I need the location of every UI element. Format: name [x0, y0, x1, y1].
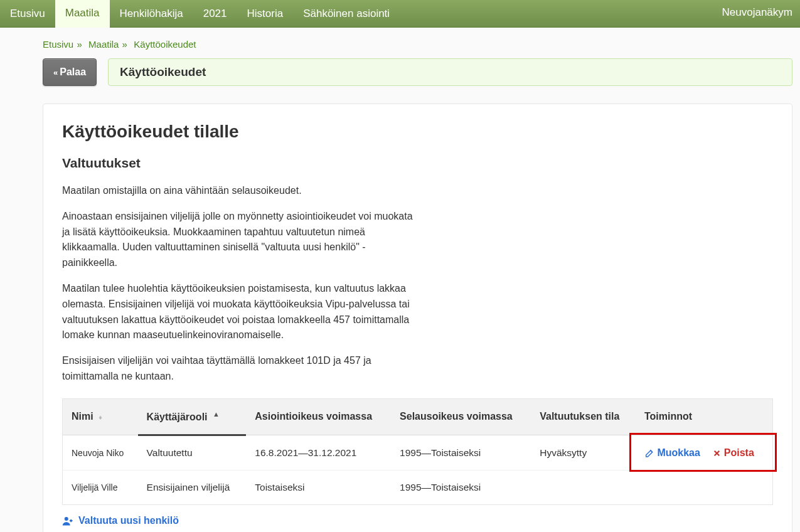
- sort-asc-icon: ▲: [213, 410, 220, 418]
- col-tila[interactable]: Valtuutuksen tila: [531, 398, 636, 435]
- cell-name[interactable]: Neuvoja Niko: [63, 435, 138, 471]
- sub-heading: Valtuutukset: [62, 156, 773, 171]
- cell-name[interactable]: Viljelijä Ville: [63, 471, 138, 505]
- nav-etusivu[interactable]: Etusivu: [0, 0, 55, 27]
- breadcrumb: Etusivu » Maatila » Käyttöoikeudet: [9, 28, 800, 58]
- nav-right-label[interactable]: Neuvojanäkym: [715, 0, 800, 27]
- delete-button[interactable]: Poista: [713, 447, 754, 458]
- back-button[interactable]: « Palaa: [43, 58, 97, 86]
- nav-historia[interactable]: Historia: [237, 0, 294, 27]
- breadcrumb-etusivu[interactable]: Etusivu: [43, 39, 73, 50]
- col-rooli-label: Käyttäjärooli: [147, 412, 208, 422]
- nav-maatila[interactable]: Maatila: [55, 0, 110, 28]
- col-toiminnot: Toiminnot: [636, 398, 773, 435]
- intro-paragraph-3: Maatilan tulee huolehtia käyttöoikeuksie…: [62, 281, 413, 343]
- svg-point-0: [65, 517, 68, 521]
- cell-tila: Hyväksytty: [531, 435, 636, 471]
- table-row: Neuvoja Niko Valtuutettu 16.8.2021—31.12…: [63, 435, 773, 471]
- intro-paragraph-2: Ainoastaan ensisijainen viljelijä jolle …: [62, 209, 413, 271]
- top-nav: Etusivu Maatila Henkilöhakija 2021 Histo…: [0, 0, 800, 28]
- page-heading: Käyttöoikeudet tilalle: [62, 122, 773, 142]
- col-nimi-label: Nimi: [72, 411, 93, 422]
- add-user-label: Valtuuta uusi henkilö: [78, 515, 179, 526]
- intro-paragraph-4: Ensisijaisen viljelijän voi vaihtaa täyt…: [62, 353, 413, 385]
- edit-label: Muokkaa: [657, 447, 700, 458]
- permissions-table: Nimi ♦ Käyttäjärooli ▲ Asiointioikeus vo…: [62, 398, 773, 505]
- breadcrumb-sep: »: [77, 39, 82, 50]
- breadcrumb-sep: »: [122, 39, 127, 50]
- cell-actions: Muokkaa Poista: [636, 435, 773, 471]
- cell-tila: [531, 471, 636, 505]
- cell-selaus: 1995—Toistaiseksi: [391, 435, 531, 471]
- breadcrumb-kayttooikeudet[interactable]: Käyttöoikeudet: [134, 39, 196, 50]
- sort-both-icon: ♦: [99, 413, 102, 421]
- breadcrumb-maatila[interactable]: Maatila: [88, 39, 119, 50]
- edit-button[interactable]: Muokkaa: [644, 447, 703, 458]
- nav-henkilohakija[interactable]: Henkilöhakija: [110, 0, 193, 27]
- chevron-left-double-icon: «: [53, 68, 56, 77]
- nav-sahkoinen[interactable]: Sähköinen asiointi: [293, 0, 400, 27]
- col-asiointi[interactable]: Asiointioikeus voimassa: [246, 398, 391, 435]
- intro-paragraph-1: Maatilan omistajilla on aina vähintään s…: [62, 183, 413, 199]
- cell-selaus: 1995—Toistaiseksi: [391, 471, 531, 505]
- cell-asiointi: Toistaiseksi: [246, 471, 391, 505]
- table-row: Viljelijä Ville Ensisijainen viljelijä T…: [63, 471, 773, 505]
- cell-role: Valtuutettu: [138, 435, 247, 471]
- content-card: Käyttöoikeudet tilalle Valtuutukset Maat…: [43, 104, 792, 532]
- edit-icon: [644, 448, 654, 458]
- user-plus-icon: [62, 516, 73, 526]
- cell-actions: [636, 471, 773, 505]
- add-user-button[interactable]: Valtuuta uusi henkilö: [62, 515, 179, 526]
- col-rooli[interactable]: Käyttäjärooli ▲: [138, 398, 247, 435]
- close-icon: [713, 449, 721, 457]
- col-nimi[interactable]: Nimi ♦: [63, 398, 138, 435]
- col-selaus[interactable]: Selausoikeus voimassa: [391, 398, 531, 435]
- delete-label: Poista: [724, 447, 754, 458]
- back-button-label: Palaa: [60, 66, 86, 78]
- page-title-bar: Käyttöoikeudet: [108, 58, 792, 86]
- cell-asiointi: 16.8.2021—31.12.2021: [246, 435, 391, 471]
- nav-2021[interactable]: 2021: [193, 0, 237, 27]
- cell-role: Ensisijainen viljelijä: [138, 471, 247, 505]
